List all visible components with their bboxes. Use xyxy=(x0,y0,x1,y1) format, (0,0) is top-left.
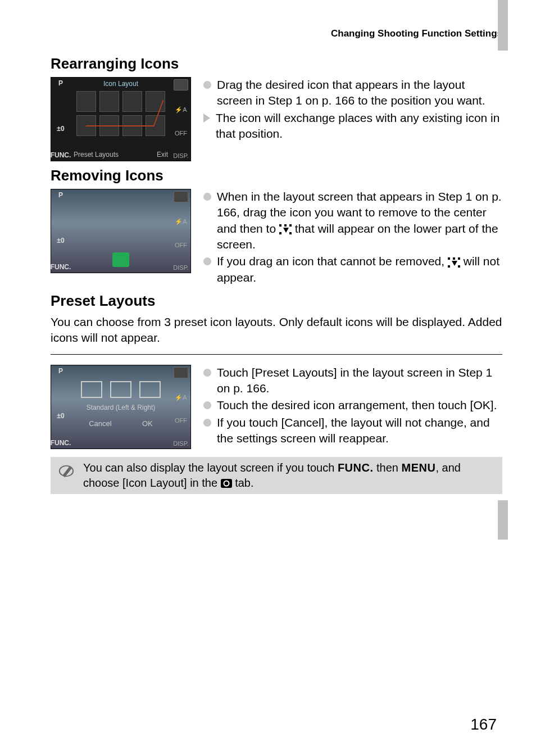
removing-bullet-1: When in the layout screen that appears i… xyxy=(217,189,502,252)
thumb-left-0: P xyxy=(58,79,63,87)
rearranging-bullet-2: The icon will exchange places with any e… xyxy=(216,110,502,142)
heading-removing: Removing Icons xyxy=(51,167,502,184)
tip-note: You can also display the layout screen i… xyxy=(51,457,502,494)
screenshot-preset: P ±0 FUNC. ⚡A OFF DISP. Standard (Left &… xyxy=(51,365,191,449)
heading-rearranging: Rearranging Icons xyxy=(51,55,502,73)
thumb3-right-0 xyxy=(174,367,188,378)
tip-text: You can also display the layout screen i… xyxy=(83,460,494,491)
bullet-dot-icon xyxy=(203,81,211,89)
side-tab-top xyxy=(498,0,508,51)
thumb2-right-1: ⚡A xyxy=(175,218,187,225)
bullet-dot-icon xyxy=(203,419,211,427)
thumb-right-0 xyxy=(174,79,188,90)
thumb2-right-0 xyxy=(174,191,188,202)
preset-ok: OK xyxy=(142,419,153,428)
bullet-dot-icon xyxy=(203,401,211,409)
preset-cancel: Cancel xyxy=(89,419,111,428)
thumb-right-1: ⚡A xyxy=(175,106,187,114)
preset-bullet-3: If you touch [Cancel], the layout will n… xyxy=(217,415,502,447)
bullet-dot-icon xyxy=(203,369,211,377)
remove-target-icon xyxy=(112,252,129,267)
thumb2-left-3: FUNC. xyxy=(51,263,71,271)
layout-options xyxy=(74,381,168,398)
remove-zone-icon xyxy=(279,224,292,234)
preset-bullet-2: Touch the desired icon arrangement, then… xyxy=(217,397,497,413)
preset-intro: You can choose from 3 preset icon layout… xyxy=(51,314,502,346)
thumb3-left-0: P xyxy=(58,367,63,375)
triangle-bullet-icon xyxy=(203,114,210,123)
pencil-note-icon xyxy=(58,461,74,481)
remove-zone-icon xyxy=(448,257,460,268)
page-number: 167 xyxy=(470,716,497,734)
thumb-right-3: DISP. xyxy=(173,152,188,159)
thumb-icon-grid xyxy=(76,91,165,136)
thumb-left-3: FUNC. xyxy=(51,151,71,159)
bullet-dot-icon xyxy=(203,257,211,265)
screenshot-rearranging: Icon Layout P ±0 FUNC. ⚡A OFF DISP. xyxy=(51,77,191,161)
side-tab-bottom xyxy=(498,500,508,540)
thumb2-left-2: ±0 xyxy=(57,237,64,245)
preset-bullet-1: Touch [Preset Layouts] in the layout scr… xyxy=(217,365,502,397)
thumb-left-2: ±0 xyxy=(57,125,64,133)
camera-tab-icon xyxy=(221,479,232,488)
thumb3-left-2: ±0 xyxy=(57,412,64,420)
thumb2-right-2: OFF xyxy=(175,242,187,248)
thumb-bottom-left: Preset Layouts xyxy=(74,151,119,159)
func-label: FUNC. xyxy=(338,461,374,474)
bullet-dot-icon xyxy=(203,193,211,201)
thumb2-left-0: P xyxy=(58,191,63,199)
running-header: Changing Shooting Function Settings xyxy=(51,28,502,39)
layout-caption: Standard (Left & Right) xyxy=(74,404,168,411)
thumb3-right-1: ⚡A xyxy=(175,394,187,401)
separator xyxy=(51,354,502,355)
thumb-bottom-right: Exit xyxy=(157,151,168,159)
heading-preset: Preset Layouts xyxy=(51,292,502,310)
menu-label: MENU xyxy=(402,461,436,474)
thumb3-left-3: FUNC. xyxy=(51,439,71,447)
thumb3-right-2: OFF xyxy=(175,417,187,424)
thumb2-right-3: DISP. xyxy=(173,264,188,271)
thumb-right-2: OFF xyxy=(175,130,187,137)
rearranging-bullet-1: Drag the desired icon that appears in th… xyxy=(217,77,502,109)
screenshot-removing: P ±0 FUNC. ⚡A OFF DISP. xyxy=(51,189,191,273)
thumb3-right-3: DISP. xyxy=(173,440,188,447)
removing-bullet-2: If you drag an icon that cannot be remov… xyxy=(217,253,502,286)
thumb-title: Icon Layout xyxy=(103,80,138,88)
